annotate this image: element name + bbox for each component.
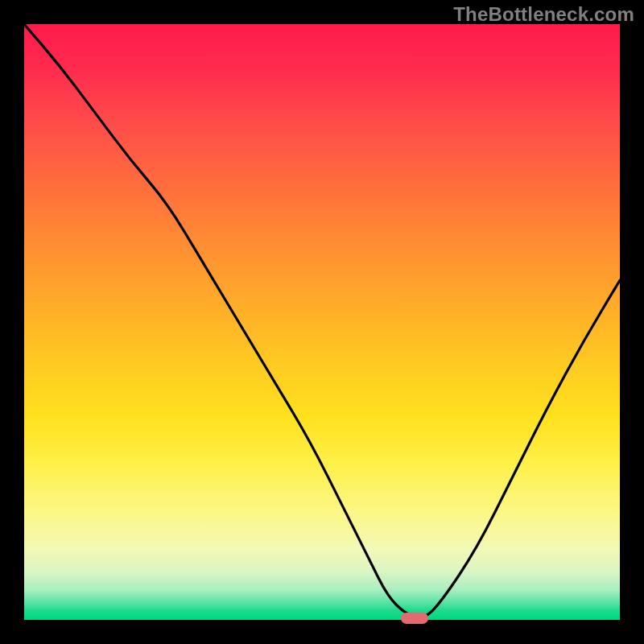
watermark-text: TheBottleneck.com (453, 3, 634, 26)
curve-path (24, 24, 620, 617)
bottleneck-curve (24, 24, 620, 620)
optimal-marker (401, 613, 428, 624)
chart-frame: TheBottleneck.com (0, 0, 644, 644)
plot-area (24, 24, 620, 620)
